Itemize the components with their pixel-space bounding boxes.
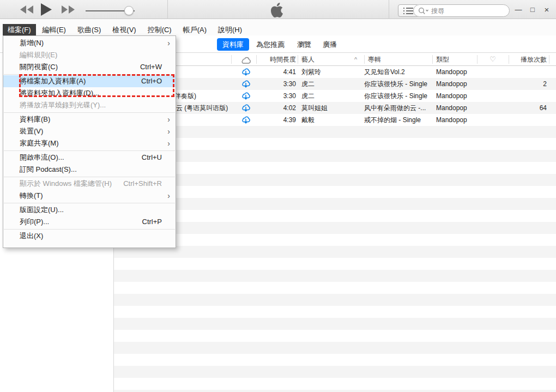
column-divider: [364, 55, 365, 64]
submenu-arrow-icon: ›: [167, 137, 170, 149]
play-button[interactable]: [41, 3, 52, 17]
search-icon: [418, 7, 429, 15]
song-row-1[interactable]: 4:41刘紫玲又见知音Vol.2Mandopop: [113, 66, 556, 78]
column-header-artist[interactable]: 藝人: [301, 53, 356, 65]
file-menu-item-2[interactable]: 關閉視窗(C)Ctrl+W: [3, 61, 176, 73]
itunes-window: — □ × 檔案(F)編輯(E)歌曲(S)檢視(V)控制(C)帳戶(A)說明(H…: [0, 0, 556, 392]
song-duration: 4:41: [261, 66, 296, 78]
file-menu-item-4[interactable]: 將檔案加入資料庫(A)Ctrl+O: [3, 75, 176, 87]
menu-item-label: 退出(X): [20, 232, 43, 240]
menu-item-label: 訂閱 Podcast(S)...: [20, 165, 77, 173]
song-play-count: [509, 66, 547, 78]
menu-item-label: 轉換(T): [20, 191, 43, 200]
menubar-item-2[interactable]: 歌曲(S): [72, 24, 106, 35]
menu-item-label: 家庭共享(M): [20, 139, 59, 147]
song-play-count: 64: [509, 102, 547, 114]
menubar-item-3[interactable]: 檢視(V): [107, 24, 141, 35]
menu-separator: [4, 229, 175, 230]
song-artist: 刘紫玲: [301, 66, 364, 78]
cloud-download-icon: [241, 92, 251, 100]
song-artist: 戴毅: [301, 114, 364, 126]
menu-item-shortcut: Ctrl+U: [142, 152, 162, 164]
song-play-count: [509, 114, 547, 126]
menu-item-label: 裝置(V): [20, 127, 43, 135]
file-menu-item-10[interactable]: 家庭共享(M)›: [3, 137, 176, 149]
column-header-love[interactable]: ♡: [477, 53, 509, 65]
menubar-item-5[interactable]: 帳戶(A): [178, 24, 211, 35]
close-button[interactable]: ×: [540, 2, 554, 17]
empty-rows-stripes: [114, 126, 556, 392]
column-header-cloud[interactable]: [238, 53, 254, 65]
file-menu-item-15: 顯示於 Windows 檔案總管(H)Ctrl+Shift+R: [3, 178, 176, 190]
volume-slider-knob[interactable]: [124, 6, 134, 15]
file-menu-item-13[interactable]: 訂閱 Podcast(S)...: [3, 164, 176, 176]
menu-item-shortcut: Ctrl+P: [142, 216, 162, 228]
fast-forward-icon: [61, 5, 75, 14]
cloud-download-icon: [241, 104, 251, 112]
cloud-download-cell[interactable]: [231, 78, 261, 90]
file-menu-item-5[interactable]: 將資料夾加入資料庫(D)...: [3, 87, 176, 99]
tab-radio[interactable]: 廣播: [317, 38, 342, 51]
song-album: 又见知音Vol.2: [364, 66, 432, 78]
menu-separator: [4, 150, 175, 151]
sort-ascending-indicator: ^: [354, 53, 362, 65]
menubar-item-0[interactable]: 檔案(F): [3, 24, 36, 35]
song-genre: Mandopop: [436, 78, 480, 90]
tab-for-you[interactable]: 為您推薦: [251, 38, 290, 51]
list-view-icon: [403, 8, 413, 14]
menu-item-label: 將播放清單燒錄到光碟(Y)...: [20, 101, 106, 109]
maximize-button[interactable]: □: [525, 2, 540, 17]
tab-browse[interactable]: 瀏覽: [292, 38, 317, 51]
menu-bar: 檔案(F)編輯(E)歌曲(S)檢視(V)控制(C)帳戶(A)說明(H): [0, 20, 556, 35]
song-album: 风中有朵雨做的云 -...: [364, 102, 432, 114]
cloud-download-cell[interactable]: [231, 102, 261, 114]
menu-separator: [4, 112, 175, 113]
file-menu-item-8[interactable]: 資料庫(B)›: [3, 113, 176, 125]
tab-library[interactable]: 資料庫: [217, 38, 249, 51]
column-header-duration[interactable]: 時間長度: [261, 53, 296, 65]
menu-separator: [4, 203, 175, 203]
menu-item-label: 新增(N): [20, 39, 44, 47]
song-album: 戒不掉的烟 - Single: [364, 114, 432, 126]
song-row-5[interactable]: 4:39戴毅戒不掉的烟 - SingleMandopop: [113, 114, 556, 126]
song-duration: 4:02: [261, 102, 296, 114]
submenu-arrow-icon: ›: [167, 113, 170, 125]
submenu-arrow-icon: ›: [167, 37, 170, 49]
file-menu-item-0[interactable]: 新增(N)›: [3, 37, 176, 49]
menu-item-label: 將檔案加入資料庫(A): [20, 77, 86, 85]
column-header-plays[interactable]: 播放次數: [509, 53, 547, 65]
file-menu-item-9[interactable]: 裝置(V)›: [3, 125, 176, 137]
menu-separator: [4, 177, 175, 177]
song-artist: 莫叫姐姐: [301, 102, 364, 114]
menubar-item-4[interactable]: 控制(C): [143, 24, 177, 35]
file-menu-item-12[interactable]: 開啟串流(O)...Ctrl+U: [3, 152, 176, 164]
previous-track-button[interactable]: [20, 5, 34, 15]
cloud-download-cell[interactable]: [231, 114, 261, 126]
cloud-download-cell[interactable]: [231, 66, 261, 78]
cloud-download-icon: [241, 116, 251, 124]
file-menu-item-16[interactable]: 轉換(T)›: [3, 190, 176, 202]
next-track-button[interactable]: [61, 5, 75, 15]
song-table-header: 時間長度 藝人 ^ 專輯 類型 ♡ 播放次數: [113, 53, 556, 66]
menubar-item-1[interactable]: 編輯(E): [38, 24, 71, 35]
column-header-album[interactable]: 專輯: [368, 53, 428, 65]
file-menu-item-19[interactable]: 列印(P)...Ctrl+P: [3, 216, 176, 228]
menu-item-label: 列印(P)...: [20, 218, 49, 226]
song-row-4[interactable]: 的云 (粤语莫叫语版)4:02莫叫姐姐风中有朵雨做的云 -...Mandopop…: [113, 102, 556, 114]
song-row-2[interactable]: 3:30虎二你应该很快乐 - SingleMandopop2: [113, 78, 556, 90]
file-menu-item-21[interactable]: 退出(X): [3, 230, 176, 242]
search-box[interactable]: [413, 4, 510, 17]
column-divider: [256, 55, 257, 64]
column-header-genre[interactable]: 類型: [436, 53, 480, 65]
song-duration: 3:30: [261, 90, 296, 102]
song-row-3[interactable]: (伴奏版)3:30虎二你应该很快乐 - SingleMandopop: [113, 90, 556, 102]
submenu-arrow-icon: ›: [167, 125, 170, 137]
menu-item-label: 資料庫(B): [20, 115, 50, 123]
minimize-button[interactable]: —: [511, 2, 525, 17]
column-divider: [432, 55, 433, 64]
search-input[interactable]: [431, 7, 505, 15]
song-duration: 3:30: [261, 78, 296, 90]
cloud-download-cell[interactable]: [231, 90, 261, 102]
file-menu-item-18[interactable]: 版面設定(U)...: [3, 204, 176, 216]
menubar-item-6[interactable]: 說明(H): [213, 24, 247, 35]
